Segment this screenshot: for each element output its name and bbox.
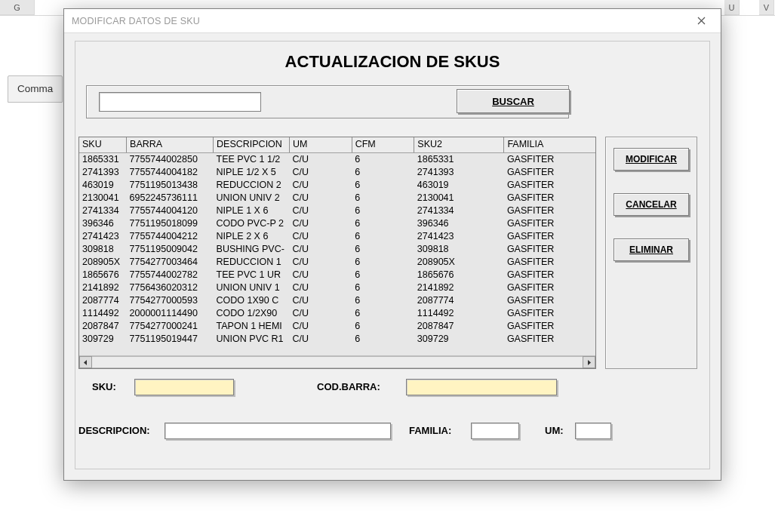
table-row[interactable]: 20878477754277000241TAPON 1 HEMIC/U62087… [79, 319, 595, 332]
table-cell: CODO 1X90 C [214, 294, 290, 306]
table-row[interactable]: 208905X7754277003464REDUCCION 1C/U620890… [79, 255, 595, 268]
sheet-column-u-frag[interactable]: U [724, 0, 740, 15]
table-cell: 7754277000593 [127, 294, 214, 306]
table-cell: 2130041 [414, 191, 504, 204]
table-cell: C/U [289, 152, 352, 165]
column-header[interactable]: FAMILIA [504, 137, 595, 152]
table-row[interactable]: 21300416952245736111UNION UNIV 2C/U62130… [79, 191, 595, 204]
background-command-button[interactable]: Comma [8, 75, 63, 103]
table-row[interactable]: 27413347755744004120NIPLE 1 X 6C/U627413… [79, 204, 595, 217]
familia-field[interactable] [471, 423, 519, 439]
table-cell: 2087774 [79, 294, 127, 306]
descripcion-field[interactable] [165, 423, 391, 439]
modificar-button[interactable]: MODIFICAR [614, 148, 689, 171]
table-cell: 2741334 [79, 204, 127, 217]
column-header[interactable]: SKU2 [414, 137, 504, 152]
table-cell: 7755744004182 [127, 165, 214, 178]
grid-h-scrollbar[interactable] [79, 355, 595, 368]
table-cell: 1865676 [414, 268, 504, 281]
close-button[interactable] [686, 11, 716, 32]
table-row[interactable]: 21418927756436020312UNION UNIV 1C/U62141… [79, 281, 595, 294]
table-cell: 309818 [79, 242, 127, 255]
table-row[interactable]: 3963467751195018099CODO PVC-P 2C/U639634… [79, 217, 595, 229]
table-cell: 6 [352, 204, 414, 217]
table-cell: 396346 [414, 217, 504, 229]
label-familia: FAMILIA: [409, 425, 451, 436]
eliminar-button[interactable]: ELIMINAR [614, 238, 689, 261]
table-cell: GASFITER [504, 217, 595, 229]
column-header[interactable]: CFM [352, 137, 414, 152]
table-cell: UNION UNIV 1 [214, 281, 290, 294]
column-header[interactable]: SKU [79, 137, 127, 152]
table-cell: CODO 1/2X90 [214, 306, 290, 319]
sku-grid[interactable]: SKUBARRADESCRIPCIONUMCFMSKU2FAMILIA 1865… [78, 137, 596, 369]
table-cell: 7755744004120 [127, 204, 214, 217]
table-cell: 2741423 [414, 229, 504, 242]
table-cell: 2141892 [414, 281, 504, 294]
dialog-modificar-sku: MODIFICAR DATOS DE SKU ACTUALIZACION DE … [63, 8, 721, 481]
scroll-right-button[interactable] [583, 356, 595, 368]
column-header[interactable]: BARRA [127, 137, 214, 152]
table-row[interactable]: 4630197751195013438REDUCCION 2C/U6463019… [79, 178, 595, 191]
table-row[interactable]: 27414237755744004212NIPLE 2 X 6C/U627414… [79, 229, 595, 242]
codbarra-field[interactable] [406, 379, 557, 395]
table-cell: GASFITER [504, 294, 595, 306]
sheet-column-g[interactable]: G [0, 0, 35, 15]
table-cell: 7751195013438 [127, 178, 214, 191]
table-cell: 1114492 [414, 306, 504, 319]
table-cell: C/U [289, 204, 352, 217]
table-cell: 7754277003464 [127, 255, 214, 268]
table-cell: 6 [352, 152, 414, 165]
table-row[interactable]: 3098187751195009042BUSHING PVC-C/U630981… [79, 242, 595, 255]
search-input[interactable] [99, 92, 261, 112]
buscar-button[interactable]: BUSCAR [457, 89, 570, 113]
column-header[interactable]: DESCRIPCION [214, 137, 290, 152]
table-row[interactable]: 27413937755744004182NIPLE 1/2 X 5C/U6274… [79, 165, 595, 178]
table-cell: 2130041 [79, 191, 127, 204]
table-cell: 1865676 [79, 268, 127, 281]
table-cell: 1865331 [79, 152, 127, 165]
table-cell: 309729 [79, 332, 127, 345]
table-row[interactable]: 3097297751195019447UNION PVC R1C/U630972… [79, 332, 595, 345]
table-cell: 2141892 [79, 281, 127, 294]
table-cell: GASFITER [504, 242, 595, 255]
table-cell: GASFITER [504, 165, 595, 178]
table-cell: 2741393 [414, 165, 504, 178]
table-row[interactable]: 11144922000001114490CODO 1/2X90C/U611144… [79, 306, 595, 319]
table-cell: 6 [352, 319, 414, 332]
table-row[interactable]: 18653317755744002850TEE PVC 1 1/2C/U6186… [79, 152, 595, 165]
actions-panel: MODIFICAR CANCELAR ELIMINAR [605, 137, 697, 369]
titlebar[interactable]: MODIFICAR DATOS DE SKU [64, 9, 721, 33]
table-cell: GASFITER [504, 255, 595, 268]
table-cell: 2741423 [79, 229, 127, 242]
label-sku: SKU: [92, 381, 116, 392]
table-cell: 7755744002782 [127, 268, 214, 281]
table-cell: NIPLE 1 X 6 [214, 204, 290, 217]
label-descripcion: DESCRIPCION: [78, 425, 150, 436]
table-cell: GASFITER [504, 229, 595, 242]
cancelar-button[interactable]: CANCELAR [614, 193, 689, 216]
scroll-left-button[interactable] [79, 356, 92, 368]
table-cell: 7755744002850 [127, 152, 214, 165]
table-cell: 6952245736111 [127, 191, 214, 204]
table-row[interactable]: 18656767755744002782TEE PVC 1 URC/U61865… [79, 268, 595, 281]
sku-field[interactable] [134, 379, 234, 395]
table-cell: C/U [289, 319, 352, 332]
scroll-track[interactable] [92, 356, 583, 368]
sheet-column-v-frag[interactable]: V [759, 0, 774, 15]
table-cell: 2000001114490 [127, 306, 214, 319]
table-cell: C/U [289, 281, 352, 294]
table-cell: 6 [352, 217, 414, 229]
table-cell: REDUCCION 2 [214, 178, 290, 191]
column-header[interactable]: UM [289, 137, 352, 152]
table-cell: 6 [352, 268, 414, 281]
table-cell: 6 [352, 306, 414, 319]
table-cell: 463019 [414, 178, 504, 191]
table-cell: 6 [352, 229, 414, 242]
table-cell: C/U [289, 217, 352, 229]
table-cell: GASFITER [504, 319, 595, 332]
table-row[interactable]: 20877747754277000593CODO 1X90 CC/U620877… [79, 294, 595, 306]
um-field[interactable] [575, 423, 611, 439]
table-cell: 6 [352, 165, 414, 178]
table-cell: GASFITER [504, 178, 595, 191]
